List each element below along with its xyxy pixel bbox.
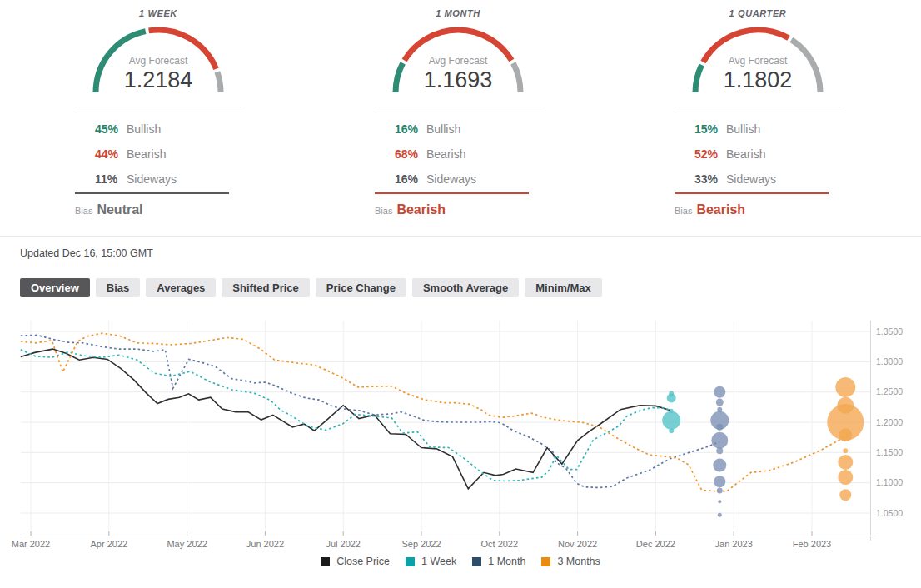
series-line-1-week (21, 350, 670, 481)
forecast-bubble-1-month-forecasts (717, 407, 722, 412)
stat-pct-bullish: 45% (95, 117, 127, 142)
forecast-bubble-3-months-forecasts (843, 448, 848, 453)
gauge-divider (375, 107, 541, 107)
forecast-bubble-1-month-forecasts (716, 399, 724, 406)
y-axis-tick-label: 1.3500 (876, 326, 903, 336)
gauge-panel-1-week: 1 WEEK Avg Forecast 1.2184 45%Bullish44%… (8, 0, 308, 236)
forecast-bubble-3-months-forecasts (839, 428, 852, 441)
stat-row-bearish: 52%Bearish (675, 142, 841, 167)
stat-pct-bearish: 52% (694, 142, 726, 167)
bias-value: Bearish (696, 202, 745, 217)
stat-row-bullish: 45%Bullish (75, 117, 241, 142)
stat-pct-bearish: 68% (395, 142, 426, 167)
bias-divider (375, 192, 529, 194)
sentiment-stats: 15%Bullish52%Bearish33%Sideways (675, 117, 841, 192)
tab-minim-max[interactable]: Minim/Max (525, 278, 601, 297)
x-axis-tick-label: Oct 2022 (480, 539, 518, 549)
legend-item-1-week[interactable]: 1 Week (406, 556, 456, 567)
stat-label-bullish: Bullish (726, 122, 760, 136)
stat-label-bullish: Bullish (426, 122, 460, 136)
tab-shifted-price[interactable]: Shifted Price (222, 278, 309, 297)
legend-swatch-icon (321, 557, 330, 566)
legend-label: 1 Week (421, 556, 456, 567)
stat-row-bullish: 16%Bullish (375, 117, 541, 142)
legend-swatch-icon (541, 557, 550, 566)
stat-label-sideways: Sideways (726, 172, 776, 186)
y-axis-tick-label: 1.1500 (876, 447, 903, 457)
stat-label-sideways: Sideways (127, 172, 177, 186)
updated-timestamp: Updated Dec 16, 15:00 GMT (20, 247, 153, 259)
legend-item-1-month[interactable]: 1 Month (472, 556, 525, 567)
forecast-bubble-1-month-forecasts (714, 386, 725, 398)
legend-label: 1 Month (488, 556, 525, 567)
stat-pct-sideways: 16% (395, 167, 426, 192)
stat-label-bearish: Bearish (726, 147, 765, 161)
forecast-bubble-3-months-forecasts (838, 470, 853, 485)
forecast-chart-svg: 1.35001.30001.25001.20001.15001.10001.05… (0, 315, 921, 556)
forecast-bubble-3-months-forecasts (835, 377, 855, 397)
avg-forecast-value: 1.2184 (8, 67, 308, 92)
forecast-bubble-1-week-forecasts (669, 428, 674, 433)
forecast-bubble-1-month-forecasts (716, 424, 723, 431)
legend-label: Close Price (336, 556, 390, 567)
x-axis-tick-label: Apr 2022 (90, 539, 127, 549)
series-line-3-months (21, 333, 851, 491)
sentiment-stats: 16%Bullish68%Bearish16%Sideways (375, 117, 541, 192)
stat-row-sideways: 11%Sideways (75, 167, 241, 192)
x-axis-tick-label: Jan 2023 (715, 539, 753, 549)
forecast-bubble-3-months-forecasts (839, 489, 851, 501)
forecast-bubble-1-month-forecasts (718, 500, 721, 503)
section-divider (0, 236, 921, 237)
x-axis-tick-label: Dec 2022 (636, 539, 675, 549)
legend-item-3-months[interactable]: 3 Months (541, 556, 600, 567)
bias-value: Neutral (97, 202, 142, 217)
x-axis-tick-label: Mar 2022 (12, 539, 50, 549)
y-axis-tick-label: 1.2000 (876, 417, 903, 427)
forecast-bubble-1-week-forecasts (662, 411, 680, 430)
forecast-chart: 1.35001.30001.25001.20001.15001.10001.05… (0, 315, 921, 556)
avg-forecast-value: 1.1693 (308, 67, 608, 92)
forecast-poll-page: { "poll": { "updated": "Updated Dec 16, … (0, 0, 921, 588)
avg-forecast-label: Avg Forecast (8, 55, 308, 67)
x-axis-tick-label: May 2022 (167, 539, 207, 549)
legend-swatch-icon (406, 557, 415, 566)
x-axis-tick-label: Nov 2022 (558, 539, 597, 549)
stat-pct-bearish: 44% (95, 142, 127, 167)
y-axis-tick-label: 1.1000 (876, 477, 903, 487)
bias-value: Bearish (396, 202, 446, 217)
tab-smooth-average[interactable]: Smooth Average (412, 278, 519, 297)
stat-pct-sideways: 33% (694, 167, 726, 192)
x-axis-tick-label: Jun 2022 (246, 539, 284, 549)
stat-pct-bullish: 15% (694, 117, 726, 142)
tab-averages[interactable]: Averages (146, 278, 216, 297)
stat-pct-sideways: 11% (95, 167, 127, 192)
stat-row-bearish: 68%Bearish (375, 142, 541, 167)
gauge-title: 1 WEEK (8, 8, 308, 18)
forecast-gauges-row: 1 WEEK Avg Forecast 1.2184 45%Bullish44%… (0, 0, 921, 236)
forecast-bubble-1-month-forecasts (717, 488, 723, 494)
forecast-bubble-1-month-forecasts (714, 476, 725, 487)
stat-pct-bullish: 16% (395, 117, 426, 142)
x-axis-tick-label: Sep 2022 (401, 539, 441, 549)
forecast-bubble-3-months-forecasts (838, 455, 853, 470)
stat-row-sideways: 33%Sideways (675, 167, 841, 192)
bias-label: Bias (675, 206, 692, 216)
y-axis-tick-label: 1.0500 (876, 508, 903, 518)
tab-bias[interactable]: Bias (96, 278, 140, 297)
stat-label-bearish: Bearish (127, 147, 166, 161)
x-axis-tick-label: Jul 2022 (326, 539, 361, 549)
avg-forecast-value: 1.1802 (608, 67, 908, 92)
series-line-1-month (21, 335, 720, 487)
tab-overview[interactable]: Overview (20, 278, 90, 297)
gauge-divider (75, 107, 241, 107)
bias-row: BiasNeutral (75, 202, 143, 217)
forecast-bubble-1-month-forecasts (711, 432, 728, 449)
series-line-close-price (21, 349, 670, 489)
forecast-bubble-3-months-forecasts (837, 397, 854, 414)
tab-price-change[interactable]: Price Change (316, 278, 406, 297)
stat-row-sideways: 16%Sideways (375, 167, 541, 192)
legend-item-close-price[interactable]: Close Price (321, 556, 390, 567)
gauge-panel-1-quarter: 1 QUARTER Avg Forecast 1.1802 15%Bullish… (608, 0, 908, 236)
avg-forecast-label: Avg Forecast (308, 55, 608, 67)
forecast-bubble-1-month-forecasts (718, 513, 722, 517)
